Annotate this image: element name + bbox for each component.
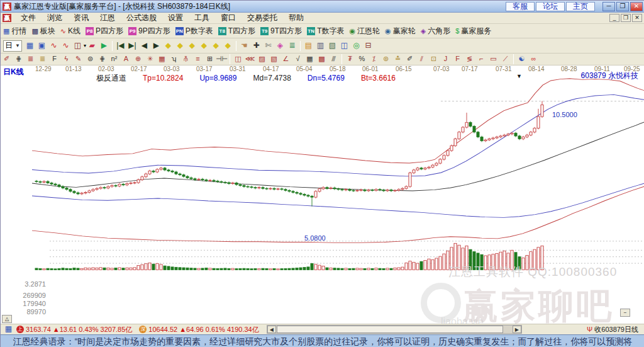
lines-tool[interactable]: ⫻	[328, 54, 340, 64]
shade-tool[interactable]: ▨	[256, 54, 268, 64]
winner-wheel-button[interactable]: ◉赢家轮	[382, 25, 418, 37]
cart-icon[interactable]: ⊟	[362, 40, 374, 52]
draw-tool[interactable]: ✎	[72, 54, 84, 64]
money-icon[interactable]: ◎	[350, 40, 362, 52]
cycle-tool[interactable]: ⊜	[84, 54, 96, 64]
abacus-icon[interactable]: ≣	[286, 40, 298, 52]
calculator-icon[interactable]: ▥	[314, 40, 326, 52]
table-tool[interactable]: ▦	[304, 54, 316, 64]
save-icon[interactable]: ◫	[338, 40, 350, 52]
first-bar-icon[interactable]: |◀	[114, 40, 126, 52]
fork-tool[interactable]: ⫚	[180, 54, 192, 64]
prev-bar-icon[interactable]: ◀	[138, 40, 150, 52]
scissors-icon[interactable]: ✄	[262, 40, 274, 52]
fe-tool[interactable]: F	[452, 54, 464, 64]
gold-line2-tool[interactable]: ≣	[36, 54, 48, 64]
menu-item-2[interactable]: 资讯	[68, 13, 94, 23]
angle-a-tool[interactable]: A	[120, 54, 132, 64]
gold-line-tool[interactable]: ≣	[25, 54, 36, 64]
info-icon[interactable]: ▣	[36, 40, 48, 52]
play-icon[interactable]: ▶	[98, 40, 110, 52]
t-table-button[interactable]: TNT数字表	[304, 25, 347, 37]
hand-icon[interactable]: ☚	[238, 40, 250, 52]
quotes-button[interactable]: ▦行情	[1, 25, 29, 37]
brush-tool[interactable]: ✐	[404, 54, 416, 64]
last-bar-icon[interactable]: ▶|	[126, 40, 138, 52]
infinity-icon[interactable]: ∞	[528, 54, 540, 64]
menu-item-1[interactable]: 浏览	[42, 13, 68, 23]
pen-tool[interactable]: ✐	[1, 54, 13, 64]
box-grid-tool[interactable]: ▦	[156, 54, 168, 64]
gold-bars-tool[interactable]: ≛	[392, 54, 404, 64]
shenzhen-index-icon[interactable]: 深	[139, 326, 147, 333]
fan-tool[interactable]: ≡	[192, 54, 204, 64]
check-tool[interactable]: √	[292, 54, 304, 64]
menu-item-5[interactable]: 设置	[162, 13, 189, 23]
percent2-tool[interactable]: ⁒	[368, 54, 380, 64]
trend-small2-icon[interactable]: ∿	[60, 40, 72, 52]
channel-tool[interactable]: ⫽	[416, 54, 428, 64]
mark-icon[interactable]: ◈	[274, 40, 286, 52]
calendar-icon[interactable]: ▤	[303, 40, 314, 52]
customer-service-button[interactable]: 客服	[506, 2, 535, 11]
n2-tool[interactable]: n²	[108, 54, 120, 64]
ruler-tool[interactable]: ⋕	[96, 54, 108, 64]
star-tool[interactable]: ✳	[144, 54, 156, 64]
menu-item-3[interactable]: 江恩	[94, 13, 121, 23]
menu-item-9[interactable]: 帮助	[283, 13, 309, 23]
chart-panel[interactable]: 日K线 12-2901-1302-0302-1703-0303-1703-310…	[1, 65, 644, 324]
p-table-button[interactable]: PNP数字表	[173, 25, 216, 37]
shenzhen-index-quote[interactable]: 10644.52 ▲64.96 0.61% 4190.34亿	[148, 325, 258, 334]
shanghai-index-icon[interactable]: 上	[16, 326, 24, 333]
pane-collapse-button[interactable]: −	[620, 309, 630, 317]
ratio-tool[interactable]: ≶	[464, 54, 475, 64]
menu-item-8[interactable]: 交易委托	[242, 13, 283, 23]
sectors-button[interactable]: ▩板块	[29, 25, 57, 37]
spiral-tool[interactable]: ϟ	[60, 54, 72, 64]
candle-combo-icon[interactable]: ◫	[72, 40, 84, 52]
j-tool[interactable]: J	[440, 54, 452, 64]
horizontal-scrollbar[interactable]: ◀ ▶	[267, 325, 522, 334]
close-button[interactable]: ✕	[630, 2, 643, 11]
t-square-button[interactable]: T8T四方形	[216, 25, 258, 37]
price-tool[interactable]: ₮	[344, 54, 356, 64]
box2-tool[interactable]: ▭	[487, 54, 499, 64]
diamond6-icon[interactable]: ◆	[222, 40, 234, 52]
kline-button[interactable]: ∿K线	[58, 25, 83, 37]
mdi-close-button[interactable]: ✕	[632, 14, 642, 22]
step-tool[interactable]: ⌐	[475, 54, 487, 64]
f-tool[interactable]: F	[48, 54, 60, 64]
grid-tool[interactable]: ⋕	[13, 54, 25, 64]
trend-small-icon[interactable]: ∿	[48, 40, 60, 52]
diamond5-icon[interactable]: ◆	[210, 40, 222, 52]
scroll-left-icon[interactable]: ◀	[267, 326, 276, 333]
text-tool[interactable]: ◫	[232, 54, 244, 64]
maximize-button[interactable]: ❐	[616, 2, 629, 11]
bars-tool[interactable]: ⊣⊢	[216, 54, 228, 64]
quote-grid-icon[interactable]: ▦	[3, 324, 14, 335]
percent-tool[interactable]: %	[356, 54, 368, 64]
period-select[interactable]: 日▼	[3, 40, 22, 52]
diamond2-icon[interactable]: ◆	[174, 40, 186, 52]
wave-tool[interactable]: ʮ	[168, 54, 180, 64]
window-icon[interactable]: ▦	[24, 40, 36, 52]
minimize-button[interactable]: ─	[602, 2, 615, 11]
pane-expand-button[interactable]: △	[2, 315, 12, 323]
forum-button[interactable]: 论坛	[536, 2, 565, 11]
angle-tool[interactable]: ∠	[280, 54, 292, 64]
menu-item-4[interactable]: 公式选股	[121, 13, 162, 23]
next-bar-icon[interactable]: ▶	[150, 40, 162, 52]
shade2-tool[interactable]: ▧	[268, 54, 280, 64]
diamond4-icon[interactable]: ◆	[198, 40, 210, 52]
slope-tool[interactable]: ⟋	[499, 54, 511, 64]
scroll-right-icon[interactable]: ▶	[513, 326, 521, 333]
shanghai-index-quote[interactable]: 3163.74 ▲13.61 0.43% 3207.85亿	[26, 325, 132, 334]
gold-circle-tool[interactable]: ⊛	[380, 54, 392, 64]
ninep-square-button[interactable]: P99P四方形	[126, 25, 173, 37]
indicator-icon[interactable]: ▰	[86, 40, 98, 52]
menu-item-6[interactable]: 工具	[189, 13, 215, 23]
notes-icon[interactable]: ▧	[326, 40, 338, 52]
hatch-tool[interactable]: ▩	[316, 54, 328, 64]
grid2-tool[interactable]: ⊞	[204, 54, 216, 64]
gann-box-tool[interactable]: ⊡	[428, 54, 440, 64]
